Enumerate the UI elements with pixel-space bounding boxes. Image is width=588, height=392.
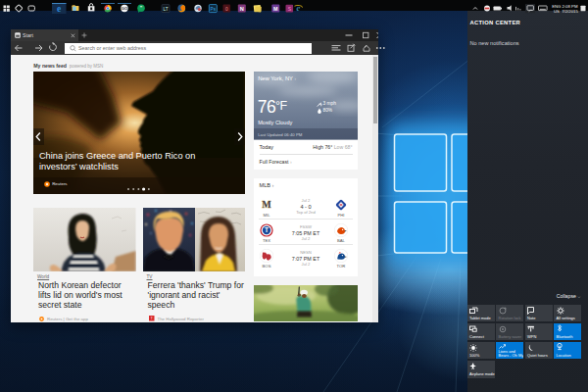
svg-text:7/2/2015: 7/2/2015 bbox=[562, 9, 578, 14]
svg-text:US: US bbox=[554, 9, 560, 14]
svg-text:GO: GO bbox=[122, 6, 128, 11]
svg-text:LT: LT bbox=[163, 7, 168, 12]
svg-text:M: M bbox=[273, 6, 278, 12]
svg-text:e: e bbox=[57, 4, 61, 14]
svg-text:0: 0 bbox=[225, 7, 228, 12]
svg-text:N: N bbox=[240, 6, 244, 12]
svg-text:T: T bbox=[151, 317, 153, 320]
svg-text:Ps: Ps bbox=[211, 7, 217, 12]
svg-text:e: e bbox=[297, 3, 301, 13]
